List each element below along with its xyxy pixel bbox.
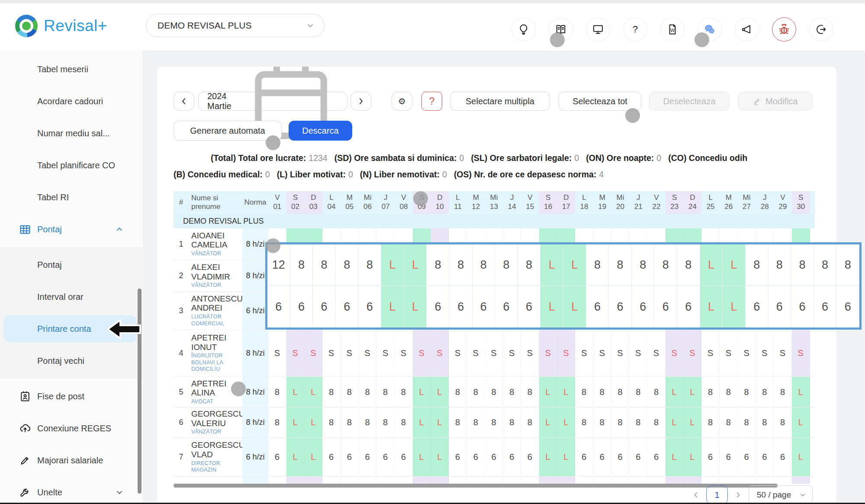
day-cell-8-12[interactable] [467,477,485,484]
day-cell-5-17[interactable]: L [557,377,576,407]
pagination-page-1[interactable]: 1 [706,485,728,504]
day-cell-7-25[interactable]: 6 [701,438,720,476]
day-cell-4-01[interactable]: S [268,330,286,376]
day-cell-4-12[interactable]: S [467,330,485,376]
day-cell-8-03[interactable] [304,477,322,484]
day-cell-6-17[interactable]: L [557,408,576,437]
day-cell-6-09[interactable]: L [413,408,431,437]
day-cell-5-28[interactable]: 8 [756,377,774,407]
day-cell-5-16[interactable]: L [539,377,557,407]
selecteaza-tot-button[interactable]: Selecteaza tot [559,92,641,111]
day-cell-5-26[interactable]: 8 [720,377,738,407]
day-cell-5-23[interactable]: L [666,377,684,407]
day-cell-8-15[interactable] [521,477,539,484]
day-cell-4-08[interactable]: S [395,330,413,376]
day-cell-6-23[interactable]: L [666,408,684,437]
table-horizontal-scrollbar[interactable] [174,484,778,488]
day-cell-8-24[interactable] [684,477,702,484]
day-cell-8-27[interactable] [738,477,756,484]
day-cell-6-07[interactable]: 8 [376,408,395,437]
column-header-day-20[interactable]: Mi20 [611,191,630,214]
day-cell-5-19[interactable]: 8 [593,377,611,407]
day-cell-7-04[interactable]: 6 [322,438,341,476]
generare-automata-button[interactable]: Generare automata [174,121,282,141]
day-cell-7-17[interactable]: L [557,438,576,476]
day-cell-5-07[interactable]: 8 [376,377,395,407]
sidebar-item-fise-de-post[interactable]: Fise de post [0,380,143,412]
modifica-button[interactable]: Modifica [738,92,813,111]
column-header-day-04[interactable]: L04 [322,191,341,214]
day-cell-7-03[interactable]: L [304,438,322,476]
day-cell-6-24[interactable]: L [684,408,702,437]
day-cell-7-05[interactable]: 6 [341,438,359,476]
day-cell-6-11[interactable]: 8 [449,408,467,437]
prev-month-button[interactable] [174,92,194,111]
day-cell-4-30[interactable]: S [792,330,810,376]
day-cell-6-20[interactable]: 8 [611,408,630,437]
sidebar-item-pontaj[interactable]: Pontaj [0,213,143,245]
sidebar-item-majorari-salariale[interactable]: Majorari salariale [0,444,143,476]
day-cell-5-25[interactable]: 8 [701,377,720,407]
column-header-day-01[interactable]: V01 [268,191,286,214]
header-logout-button[interactable] [809,17,833,42]
day-cell-5-06[interactable]: 8 [359,377,377,407]
day-cell-8-01[interactable] [268,477,286,484]
day-cell-4-13[interactable]: S [485,330,503,376]
day-cell-5-05[interactable]: 8 [341,377,359,407]
day-cell-7-02[interactable]: L [286,438,305,476]
column-header-day-27[interactable]: Mi27 [738,191,756,214]
day-cell-7-30[interactable]: L [792,438,810,476]
pagination-next-icon[interactable] [734,491,743,499]
day-cell-8-23[interactable] [666,477,684,484]
day-cell-5-21[interactable]: 8 [629,377,647,407]
day-cell-5-01[interactable]: 8 [268,377,286,407]
day-cell-4-21[interactable]: S [629,330,647,376]
day-cell-4-04[interactable]: S [322,330,341,376]
day-cell-8-07[interactable] [376,477,395,484]
day-cell-7-22[interactable]: 6 [647,438,666,476]
day-cell-8-16[interactable] [539,477,557,484]
sidebar-item-numar-mediu-sal-[interactable]: Numar mediu sal... [0,117,143,149]
column-header-day-16[interactable]: S16 [539,191,557,214]
column-header-day-10[interactable]: D10 [431,191,449,214]
day-cell-7-15[interactable]: 6 [521,438,539,476]
day-cell-6-29[interactable]: 8 [774,408,792,437]
column-header-day-03[interactable]: D03 [304,191,322,214]
sidebar-subitem-pontaj[interactable]: Pontaj [0,249,143,281]
column-header-day-08[interactable]: V08 [395,191,413,214]
day-cell-5-02[interactable]: L [286,377,305,407]
day-cell-6-13[interactable]: 8 [485,408,503,437]
sidebar-item-tabel-meserii[interactable]: Tabel meserii [0,53,143,85]
day-cell-4-27[interactable]: S [738,330,756,376]
day-cell-5-24[interactable]: L [684,377,702,407]
column-header-day-26[interactable]: M26 [720,191,738,214]
day-cell-8-09[interactable] [413,477,431,484]
day-cell-7-21[interactable]: 6 [629,438,647,476]
day-cell-8-14[interactable] [503,477,521,484]
day-cell-4-22[interactable]: S [647,330,666,376]
day-cell-4-16[interactable]: S [539,330,557,376]
column-header-day-22[interactable]: V22 [647,191,666,214]
day-cell-6-19[interactable]: 8 [593,408,611,437]
day-cell-8-19[interactable] [593,477,611,484]
day-cell-6-04[interactable]: 8 [322,408,341,437]
day-cell-7-13[interactable]: 6 [485,438,503,476]
day-cell-4-17[interactable]: S [557,330,576,376]
selectare-multipla-button[interactable]: Selectare multipla [450,92,550,111]
day-cell-7-29[interactable]: 6 [774,438,792,476]
column-header-day-28[interactable]: J28 [756,191,774,214]
day-cell-5-13[interactable]: 8 [485,377,503,407]
settings-button[interactable]: ⚙ [392,92,412,111]
day-cell-4-15[interactable]: S [521,330,539,376]
day-cell-5-11[interactable]: 8 [449,377,467,407]
day-cell-4-20[interactable]: S [611,330,630,376]
day-cell-8-06[interactable] [359,477,377,484]
day-cell-5-04[interactable]: 8 [322,377,341,407]
day-cell-4-18[interactable]: S [575,330,593,376]
header-lightbulb-button[interactable] [511,17,536,42]
column-header-day-24[interactable]: D24 [684,191,702,214]
day-cell-7-12[interactable]: 6 [467,438,485,476]
day-cell-8-20[interactable] [611,477,630,484]
day-cell-7-16[interactable]: L [539,438,557,476]
company-selector[interactable]: DEMO REVISAL PLUS [146,14,325,37]
